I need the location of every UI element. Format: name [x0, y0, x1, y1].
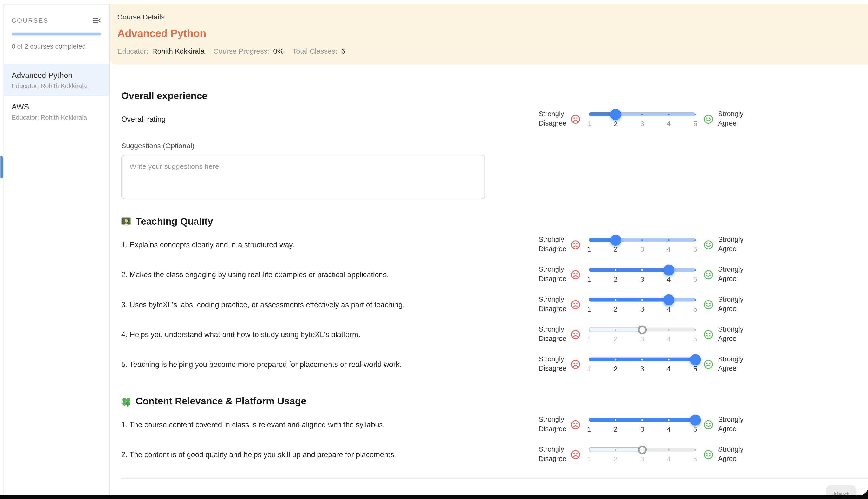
rating-slider[interactable]: 12345	[589, 265, 696, 284]
slider-tick-label: 3	[640, 335, 644, 343]
course-list: Advanced PythonEducator: Rohith Kokkiral…	[4, 64, 109, 127]
slider-tick	[641, 299, 643, 301]
slider-tick-label: 4	[667, 245, 671, 254]
slider-thumb[interactable]	[663, 264, 674, 275]
smiley-face-icon	[703, 299, 714, 310]
smiley-face-icon	[703, 240, 714, 250]
next-button[interactable]: Next	[826, 485, 856, 495]
slider-tick-label: 4	[667, 120, 671, 128]
slider-tick-label: 2	[614, 275, 618, 283]
slider-tick-label: 2	[614, 120, 618, 128]
rating-slider[interactable]: 12345	[589, 325, 696, 343]
question-row: 5. Teaching is helping you become more p…	[121, 349, 745, 379]
sidebar-title: COURSES	[12, 17, 48, 24]
slider-tick	[615, 419, 616, 421]
smiley-face-icon	[703, 269, 714, 280]
strongly-agree-label: StronglyAgree	[718, 235, 745, 254]
app-window: COURSES 0 of 2 courses completed Advance…	[0, 0, 868, 495]
question-row: 4. Helps you understand what and how to …	[121, 319, 745, 349]
slider-tick-label: 2	[614, 425, 618, 433]
suggestions-textarea[interactable]	[121, 155, 485, 199]
slider-tick-labels: 12345	[589, 305, 696, 313]
slider-thumb[interactable]	[638, 325, 647, 334]
slider-tick-label: 4	[667, 275, 671, 283]
breadcrumb: Course Details	[118, 13, 868, 21]
sad-face-icon	[570, 329, 581, 340]
slider-thumb[interactable]	[663, 294, 674, 305]
rating-slider[interactable]: 12345	[589, 415, 696, 434]
smiley-face-icon	[703, 329, 714, 340]
slider-tick-label: 5	[693, 120, 697, 128]
strongly-agree-label: StronglyAgree	[718, 325, 745, 344]
slider-tick	[695, 269, 696, 271]
slider-thumb[interactable]	[610, 109, 621, 120]
slider-thumb[interactable]	[610, 234, 621, 245]
slider-thumb[interactable]	[638, 445, 647, 454]
educator-value: Rohith Kokkirala	[152, 47, 205, 56]
slider-tick	[668, 113, 670, 115]
slider-tick-labels: 12345	[589, 365, 696, 373]
slider-tick	[641, 113, 643, 115]
slider-tick	[641, 358, 643, 360]
rating-slider[interactable]: 12345	[589, 295, 696, 314]
rating-slider[interactable]: 12345	[589, 235, 696, 254]
rating-slider[interactable]: 12345	[589, 355, 696, 374]
smiley-face-icon	[703, 419, 714, 430]
slider-thumb[interactable]	[690, 414, 701, 425]
section-title: Teaching Quality	[136, 216, 213, 227]
slider-tick-label: 2	[614, 245, 618, 254]
strongly-disagree-label: StronglyDisagree	[539, 415, 565, 434]
slider-tick-label: 3	[640, 365, 644, 373]
strongly-agree-label: StronglyAgree	[718, 265, 745, 284]
slider-tick	[615, 329, 616, 330]
footer-divider	[121, 478, 868, 478]
sad-face-icon	[570, 359, 581, 369]
slider-tick	[695, 239, 696, 241]
question-text: 1. The course content covered in class i…	[121, 420, 539, 429]
slider-tick-label: 2	[614, 305, 618, 313]
smiley-face-icon	[703, 359, 714, 369]
slider-tick-labels: 12345	[589, 335, 696, 343]
strongly-disagree-label: StronglyDisagree	[539, 355, 565, 374]
slider-tick-label: 2	[614, 365, 618, 373]
slider-tick-label: 3	[640, 425, 644, 433]
rating-slider[interactable]: 12345	[589, 445, 696, 464]
strongly-agree-label: StronglyAgree	[718, 355, 745, 374]
question-rows: 1. The course content covered in class i…	[121, 410, 745, 469]
slider-tick-label: 4	[667, 305, 671, 313]
course-header: Course Details Advanced Python Educator:…	[110, 4, 868, 65]
slider-tick	[615, 299, 616, 301]
slider-tick-label: 1	[587, 365, 591, 373]
sidebar-collapse-icon[interactable]	[93, 16, 101, 25]
slider-tick-label: 1	[587, 425, 591, 433]
strongly-disagree-label: StronglyDisagree	[539, 109, 565, 129]
slider-tick	[695, 329, 696, 330]
slider-tick-label: 5	[693, 425, 697, 433]
question-row: 2. Makes the class engaging by using rea…	[121, 259, 745, 290]
sad-face-icon	[570, 299, 581, 310]
slider-tick-label: 1	[587, 305, 591, 313]
slider-tick-label: 4	[667, 425, 671, 433]
overall-section-title: Overall experience	[121, 90, 745, 102]
smiley-face-icon	[703, 449, 714, 460]
slider-tick-label: 3	[640, 275, 644, 283]
slider-tick-label: 5	[693, 365, 697, 373]
slider-tick-label: 5	[693, 455, 697, 463]
slider-thumb[interactable]	[690, 354, 701, 365]
question-section: Content Relevance & Platform Usage1. The…	[121, 396, 745, 470]
rating-slider[interactable]: 12345	[589, 109, 696, 128]
teacher-emoji-icon	[121, 217, 131, 227]
overall-rating-row: Overall rating StronglyDisagree12345Stro…	[121, 104, 745, 134]
course-item[interactable]: AWSEducator: Rohith Kokkirala	[4, 96, 109, 127]
strongly-agree-label: StronglyAgree	[718, 295, 745, 314]
sidebar: COURSES 0 of 2 courses completed Advance…	[3, 4, 110, 495]
course-progress-label: Course Progress:	[213, 47, 269, 56]
course-item[interactable]: Advanced PythonEducator: Rohith Kokkiral…	[4, 64, 109, 96]
smiley-face-icon	[703, 114, 714, 124]
question-text: 4. Helps you understand what and how to …	[121, 330, 539, 339]
slider-tick-label: 3	[640, 120, 644, 128]
course-name: Advanced Python	[12, 71, 101, 80]
slider-tick-label: 3	[640, 305, 644, 313]
slider-fill	[589, 268, 669, 272]
rating-scale: StronglyDisagree12345StronglyAgree	[539, 355, 745, 374]
